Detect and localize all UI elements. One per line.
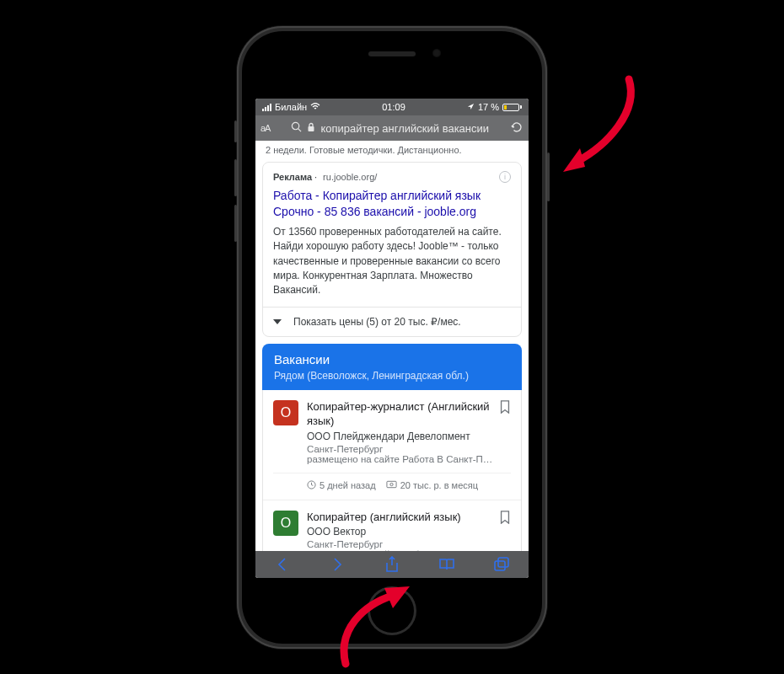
- wifi-icon: [310, 102, 320, 112]
- svg-rect-7: [498, 558, 508, 567]
- phone-frame: Билайн 01:09 17 % аА: [237, 26, 547, 649]
- job-title: Копирайтер (английский язык): [307, 511, 511, 525]
- svg-line-1: [298, 129, 301, 131]
- annotation-arrow-power: [561, 69, 646, 182]
- clock: 01:09: [382, 102, 405, 112]
- job-item[interactable]: О Копирайтер (английский язык) ООО Векто…: [263, 500, 521, 551]
- job-item[interactable]: О Копирайтер-журналист (Английский язык)…: [263, 390, 521, 500]
- jobs-title: Вакансии: [274, 352, 510, 366]
- search-icon: [291, 121, 302, 135]
- chevron-down-icon: [273, 319, 282, 324]
- svg-rect-2: [309, 126, 314, 131]
- annotation-arrow-home: [329, 580, 422, 674]
- ad-prices-label: Показать цены (5) от 20 тыс. ₽/мес.: [293, 316, 461, 328]
- search-results[interactable]: 2 недели. Готовые методички. Дистанционн…: [255, 141, 529, 551]
- job-company: ООО Вектор: [307, 526, 511, 538]
- carrier-label: Билайн: [275, 102, 307, 112]
- job-age: 5 дней назад: [320, 480, 376, 490]
- ad-description: От 13560 проверенных работодателей на са…: [263, 225, 521, 307]
- battery-icon: [502, 104, 522, 111]
- job-location: Санкт-Петербург: [307, 539, 511, 549]
- job-source: размещено на сайте Работа В Санкт-П…: [307, 549, 511, 551]
- bookmark-button[interactable]: [499, 511, 511, 524]
- ad-card[interactable]: Реклама · ru.jooble.org/ i Работа - Копи…: [262, 162, 522, 337]
- safari-toolbar: [255, 551, 529, 578]
- ad-info-icon[interactable]: i: [499, 171, 511, 183]
- volume-up-button[interactable]: [234, 159, 237, 196]
- job-title: Копирайтер-журналист (Английский язык): [307, 400, 511, 429]
- back-button[interactable]: [273, 555, 292, 574]
- url-text: копирайтер английский вакансии: [320, 122, 489, 135]
- lock-icon: [307, 122, 315, 135]
- salary-icon: [386, 480, 397, 490]
- svg-point-0: [293, 122, 299, 129]
- forward-button[interactable]: [328, 555, 346, 574]
- speaker-grill: [368, 51, 416, 56]
- svg-point-5: [389, 483, 392, 485]
- jobs-subtitle: Рядом (Всеволожск, Ленинградская обл.): [274, 370, 510, 382]
- bookmarks-button[interactable]: [438, 555, 456, 574]
- ad-domain: ru.jooble.org/: [323, 172, 377, 182]
- svg-marker-8: [563, 148, 585, 172]
- location-icon: [467, 102, 475, 112]
- job-company: ООО Плейджендари Девелопмент: [307, 431, 511, 442]
- signal-icon: [262, 104, 271, 111]
- svg-rect-6: [495, 561, 505, 570]
- job-source: размещено на сайте Работа В Санкт-П…: [307, 454, 511, 464]
- jobs-header[interactable]: Вакансии Рядом (Всеволожск, Ленинградска…: [262, 344, 522, 390]
- tabs-button[interactable]: [492, 555, 511, 574]
- ad-title[interactable]: Работа - Копирайтер английский язык Сроч…: [263, 186, 521, 225]
- front-camera: [432, 49, 441, 57]
- bookmark-button[interactable]: [499, 400, 511, 414]
- reload-button[interactable]: [510, 120, 524, 136]
- job-logo: О: [273, 400, 298, 425]
- share-button[interactable]: [383, 555, 401, 574]
- job-location: Санкт-Петербург: [307, 444, 511, 454]
- ad-prices-expand[interactable]: Показать цены (5) от 20 тыс. ₽/мес.: [263, 307, 521, 336]
- job-salary: 20 тыс. р. в месяц: [400, 480, 478, 490]
- text-size-button[interactable]: аА: [260, 123, 270, 133]
- battery-percent: 17 %: [478, 102, 499, 112]
- mute-switch[interactable]: [234, 120, 237, 142]
- prev-result-snippet: 2 недели. Готовые методички. Дистанционн…: [255, 141, 529, 162]
- status-bar: Билайн 01:09 17 %: [255, 99, 529, 115]
- volume-down-button[interactable]: [234, 205, 237, 242]
- jobs-list: О Копирайтер-журналист (Английский язык)…: [262, 390, 522, 551]
- address-bar[interactable]: аА копирайтер английский вакансии: [255, 115, 529, 141]
- power-button[interactable]: [547, 152, 550, 201]
- svg-rect-4: [387, 481, 396, 487]
- ad-badge: Реклама: [273, 172, 312, 182]
- job-logo: О: [273, 511, 298, 536]
- screen: Билайн 01:09 17 % аА: [255, 99, 529, 578]
- clock-icon: [307, 480, 316, 491]
